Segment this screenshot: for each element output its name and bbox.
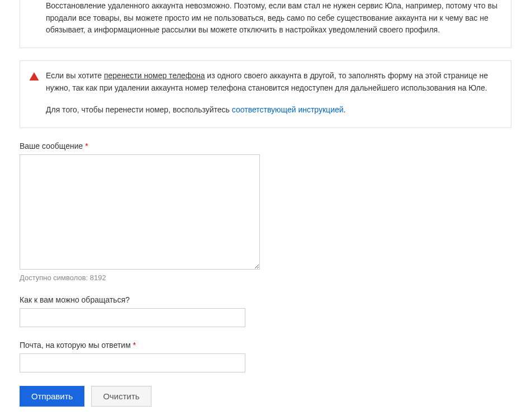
info-text-transfer-instruction: Для того, чтобы перенести номер, восполь… <box>46 104 500 116</box>
button-row: Отправить Очистить <box>20 386 511 407</box>
submit-button[interactable]: Отправить <box>20 386 84 407</box>
message-textarea[interactable] <box>20 154 260 270</box>
email-label: Почта, на которую мы ответим * <box>20 341 511 350</box>
form-group-email: Почта, на которую мы ответим * <box>20 341 511 372</box>
info-box-transfer: Если вы хотите перенести номер телефона … <box>20 60 511 128</box>
underline-phone-transfer: перенести номер телефона <box>104 71 205 80</box>
name-input[interactable] <box>20 308 245 327</box>
instruction-link[interactable]: соответствующей инструкцией <box>232 105 344 114</box>
email-input[interactable] <box>20 353 245 372</box>
warning-icon <box>29 72 39 82</box>
form-group-name: Как к вам можно обращаться? <box>20 295 511 327</box>
char-counter: Доступно символов: 8192 <box>20 273 511 282</box>
form-group-message: Ваше сообщение * Доступно символов: 8192 <box>20 141 511 282</box>
name-label: Как к вам можно обращаться? <box>20 295 511 304</box>
info-box-deletion: Восстановление удаленного аккаунта невоз… <box>20 0 511 48</box>
info-text-transfer-warning: Если вы хотите перенести номер телефона … <box>46 70 500 94</box>
info-text-deletion: Восстановление удаленного аккаунта невоз… <box>46 0 500 36</box>
required-marker: * <box>131 341 136 350</box>
reset-button[interactable]: Очистить <box>91 386 151 407</box>
required-marker: * <box>83 141 88 150</box>
message-label: Ваше сообщение * <box>20 141 511 150</box>
